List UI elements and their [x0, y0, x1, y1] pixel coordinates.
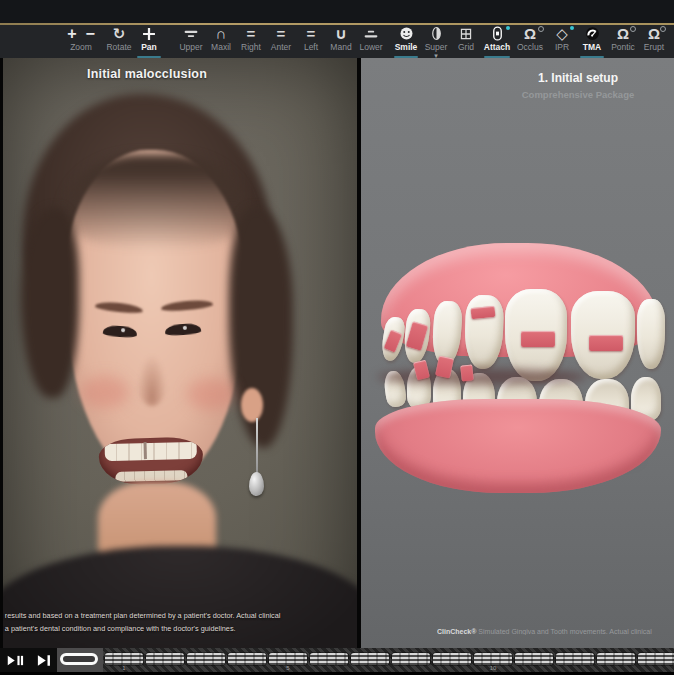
timeline-stage-segment-1[interactable] — [105, 653, 143, 665]
clincheck-3d-viewport[interactable]: 1. Initial setup Comprehensive Package — [361, 58, 674, 648]
attachment — [589, 335, 623, 351]
play-pause-button[interactable] — [7, 653, 24, 667]
window-top-bar — [0, 0, 674, 23]
portrait-nose-shadow — [137, 354, 167, 406]
lower-jaw-icon — [363, 25, 379, 42]
portrait-left-cheek — [81, 376, 129, 408]
timeline-stage-segment-5[interactable] — [269, 653, 307, 665]
tool-attach-label: Attach — [484, 43, 510, 52]
timeline-stage-segment-13[interactable] — [597, 653, 635, 665]
tool-super[interactable]: Super ▾ — [421, 25, 451, 58]
tool-smile-label: Smile — [395, 43, 418, 52]
portrait-fringe-shape — [61, 154, 251, 250]
tool-tma[interactable]: TMA — [577, 25, 607, 58]
erupt-badge-ring — [660, 26, 666, 32]
right-view-icon: = — [247, 25, 256, 42]
main-toolbar: + − Zoom ↻ Rotate Pan Upper ∩ Maxil = Ri… — [0, 25, 674, 58]
portrait-right-cheek — [187, 378, 235, 410]
maxillary-arch-icon: ∩ — [216, 25, 227, 42]
tool-clipped[interactable]: Ω O — [669, 25, 674, 58]
tool-anter-label: Anter — [271, 43, 291, 52]
portrait-upper-teeth — [105, 442, 197, 461]
tool-maxil-label: Maxil — [211, 43, 231, 52]
pontic-badge-ring — [630, 26, 636, 32]
tma-gauge-icon — [585, 25, 600, 42]
timeline-stage-segment-3[interactable] — [187, 653, 225, 665]
erupt-icon: Ω — [648, 25, 660, 42]
tool-attach[interactable]: Attach — [481, 25, 513, 58]
occlus-badge-ring — [538, 26, 544, 32]
tool-left[interactable]: = Left — [296, 25, 326, 58]
tool-pan[interactable]: Pan — [134, 25, 164, 58]
earring-chain — [256, 418, 258, 476]
pan-icon — [142, 25, 156, 42]
stage-title: 1. Initial setup — [538, 71, 618, 85]
stage-timeline-bar: 1510 — [0, 648, 674, 672]
timeline-stage-segment-6[interactable] — [310, 653, 348, 665]
tool-grid-label: Grid — [458, 43, 474, 52]
timeline-stage-segment-11[interactable] — [515, 653, 553, 665]
playback-controls — [0, 648, 57, 672]
upper-tooth — [464, 294, 505, 369]
tool-zoom-group: + − Zoom — [58, 25, 104, 58]
timeline-stage-segment-10[interactable] — [474, 653, 512, 665]
tool-tma-label: TMA — [583, 43, 601, 52]
tool-occlus[interactable]: Ω Occlus — [513, 25, 547, 58]
tool-right-label: Right — [241, 43, 261, 52]
tool-mand[interactable]: ∪ Mand — [326, 25, 356, 58]
tool-super-label: Super — [425, 43, 448, 52]
tool-upper-label: Upper — [179, 43, 202, 52]
tool-upper[interactable]: Upper — [176, 25, 206, 58]
portrait-lower-teeth — [115, 470, 187, 482]
timeline-stage-segment-2[interactable] — [146, 653, 184, 665]
tool-lower-label: Lower — [359, 43, 382, 52]
superimposition-icon — [430, 25, 443, 42]
timeline-tick-label: 1 — [122, 665, 125, 671]
timeline-tick-label: 10 — [490, 665, 497, 671]
package-label: Comprehensive Package — [522, 89, 634, 100]
attachment — [521, 331, 555, 347]
pontic-icon: Ω — [617, 25, 629, 42]
tool-maxil[interactable]: ∩ Maxil — [206, 25, 236, 58]
attachments-icon — [491, 25, 504, 42]
zoom-in-icon[interactable]: + — [67, 26, 76, 42]
earring-drop — [249, 472, 264, 496]
occlusion-icon: Ω — [524, 25, 536, 42]
tool-lower[interactable]: Lower — [356, 25, 386, 58]
tool-pontic[interactable]: Ω Pontic — [607, 25, 639, 58]
step-forward-button[interactable] — [37, 653, 54, 667]
tool-rotate-label: Rotate — [106, 43, 131, 52]
current-stage-indicator[interactable] — [60, 653, 98, 665]
model-disclaimer-text: ClinCheck® Simulated Gingiva and Tooth m… — [437, 628, 674, 635]
ipr-diamond-icon: ◇ — [556, 25, 568, 42]
timeline-stage-segment-14[interactable] — [638, 653, 674, 665]
photo-disclaimer-text: e of potential results and based on a tr… — [3, 610, 357, 635]
content-area: Initial malocclusion e of potential resu… — [0, 58, 674, 648]
zoom-out-icon[interactable]: − — [86, 26, 95, 42]
tool-grid[interactable]: Grid — [451, 25, 481, 58]
timeline-stage-segment-12[interactable] — [556, 653, 594, 665]
portrait-diastema-gap — [144, 442, 147, 459]
dental-arch-model[interactable] — [375, 243, 667, 461]
timeline-stage-segment-8[interactable] — [392, 653, 430, 665]
timeline-tick-label: 5 — [286, 665, 289, 671]
timeline-stage-segment-4[interactable] — [228, 653, 266, 665]
tool-smile[interactable]: Smile — [391, 25, 421, 58]
upper-jaw-icon — [183, 25, 199, 42]
tool-erupt[interactable]: Ω Erupt — [639, 25, 669, 58]
tool-ipr[interactable]: ◇ IPR — [547, 25, 577, 58]
timeline-stage-segment-9[interactable] — [433, 653, 471, 665]
tool-ipr-label: IPR — [555, 43, 569, 52]
tool-anter[interactable]: = Anter — [266, 25, 296, 58]
upper-tooth — [637, 299, 665, 369]
tool-right[interactable]: = Right — [236, 25, 266, 58]
portrait-smiling-mouth — [98, 437, 203, 486]
timeline-stage-segment-7[interactable] — [351, 653, 389, 665]
attachment — [460, 364, 474, 381]
tool-mand-label: Mand — [330, 43, 351, 52]
anterior-view-icon: = — [277, 25, 286, 42]
tool-occlus-label: Occlus — [517, 43, 543, 52]
tool-rotate[interactable]: ↻ Rotate — [104, 25, 134, 58]
ipr-badge-dot — [570, 26, 574, 30]
timeline-track[interactable]: 1510 — [57, 648, 674, 672]
